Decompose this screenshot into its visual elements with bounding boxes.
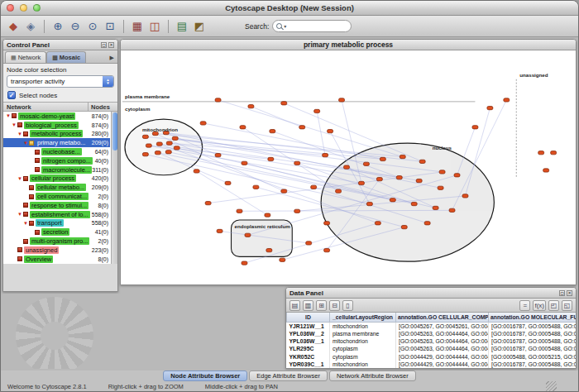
function-builder-icon[interactable]: f(x)	[533, 300, 546, 311]
graph-node[interactable]	[324, 249, 330, 252]
graph-node[interactable]	[146, 144, 151, 147]
graph-node[interactable]	[411, 202, 417, 205]
search-input[interactable]	[288, 22, 347, 30]
graph-node[interactable]	[205, 201, 211, 204]
graph-node[interactable]	[339, 98, 345, 102]
graph-node[interactable]	[439, 170, 445, 174]
vizmapper-icon[interactable]: ◩	[192, 19, 207, 34]
tree-row-macromolecule[interactable]: macromolecule...311(0)	[3, 165, 110, 174]
create-attribute-icon[interactable]: ⊞	[316, 300, 327, 311]
save-session-icon[interactable]: ◈	[23, 19, 38, 34]
tab-mosaic[interactable]: ▩Mosaic	[46, 51, 86, 63]
zoom-in-icon[interactable]: ⊕	[50, 19, 65, 34]
tree-row-biological-process[interactable]: ▼biological_process874(0)	[3, 121, 110, 130]
table-cell[interactable]: [GO:0045263, GO:0044464, GO:0044444, G..…	[396, 330, 489, 337]
float-data-panel-button[interactable]: ◻	[559, 290, 565, 296]
tab-network-attribute-browser[interactable]: Network Attribute Browser	[329, 370, 416, 381]
tab-node-attribute-browser[interactable]: Node Attribute Browser	[163, 370, 247, 381]
graph-node[interactable]	[266, 249, 272, 252]
zoom-fit-icon[interactable]: ⊡	[103, 19, 117, 34]
create-network-icon[interactable]: ◫	[147, 19, 162, 34]
graph-node[interactable]	[142, 135, 148, 138]
graph-node[interactable]	[194, 170, 199, 173]
close-panel-button[interactable]: ✕	[108, 42, 114, 48]
table-row[interactable]: YLR295Ccytoplasm[GO:0045263, GO:0044464,…	[287, 345, 577, 352]
graph-node[interactable]	[462, 194, 468, 198]
tab-edge-attribute-browser[interactable]: Edge Attribute Browser	[249, 370, 328, 381]
table-cell[interactable]: [GO:0045263, GO:0044464, GO:0044444, G..…	[396, 337, 489, 345]
table-cell[interactable]: [GO:0044429, GO:0044444, GO:0044446, G..…	[396, 352, 489, 360]
expander-icon[interactable]: ▼	[17, 131, 23, 136]
graph-node[interactable]	[390, 198, 395, 202]
graph-node[interactable]	[487, 106, 493, 109]
graph-node[interactable]	[454, 174, 460, 177]
graph-node[interactable]	[172, 136, 178, 140]
expander-icon[interactable]: ▼	[5, 113, 12, 118]
graph-node[interactable]	[280, 258, 285, 261]
tab-network[interactable]: ▦Network	[5, 51, 46, 63]
graph-node[interactable]	[225, 181, 231, 184]
zoom-out-icon[interactable]: ⊖	[68, 19, 83, 34]
graph-node[interactable]	[281, 102, 287, 105]
graph-node[interactable]	[323, 154, 328, 157]
zoom-window-button[interactable]	[33, 4, 41, 12]
table-cell[interactable]: YKR052C	[287, 352, 330, 360]
table-cell[interactable]: [GO:0016787, GO:0005488, GO:0003824, G..…	[489, 345, 577, 352]
graph-node[interactable]	[400, 155, 405, 158]
graph-node[interactable]	[200, 122, 206, 125]
graph-node[interactable]	[344, 165, 350, 169]
graph-node[interactable]	[281, 189, 287, 193]
attribute-table[interactable]: ID_cellularLayoutRegionannotation.GO CEL…	[286, 313, 576, 368]
select-attributes-icon[interactable]: ▤	[290, 300, 300, 311]
table-cell[interactable]: cytoplasm	[330, 345, 396, 352]
node-color-select[interactable]: transporter activity ▲▼	[7, 75, 114, 88]
graph-node[interactable]	[380, 157, 385, 160]
table-row[interactable]: YPL036W__2plasma membrane[GO:0045263, GO…	[287, 330, 577, 337]
table-cell[interactable]: YDR039C__1	[287, 361, 330, 368]
delete-attribute-icon[interactable]: ⊟	[329, 300, 340, 311]
table-cell[interactable]: [GO:0016787, GO:0005488, GO:0005215, G..…	[489, 322, 577, 329]
expander-icon[interactable]: ▼	[17, 176, 23, 181]
graph-node[interactable]	[551, 151, 557, 155]
tree-row-overview[interactable]: Overview8(0)	[3, 255, 110, 264]
graph-node[interactable]	[366, 202, 372, 205]
graph-node[interactable]	[324, 222, 330, 225]
table-cell[interactable]: cytoplasm	[330, 352, 396, 360]
graph-node[interactable]	[155, 151, 160, 155]
graph-node[interactable]	[424, 222, 430, 225]
graph-node[interactable]	[306, 241, 312, 245]
graph-node[interactable]	[174, 146, 179, 150]
table-cell[interactable]: [GO:0044429, GO:0044444, GO:0044446, G..…	[396, 361, 489, 368]
graph-node[interactable]	[242, 161, 247, 165]
close-data-panel-button[interactable]: ✕	[567, 290, 572, 296]
import-table-icon[interactable]: ▤	[175, 19, 189, 34]
graph-node[interactable]	[294, 161, 300, 165]
tree-row-secretion[interactable]: secretion41(0)	[3, 227, 110, 237]
graph-node[interactable]	[215, 98, 221, 102]
graph-node[interactable]	[245, 233, 251, 237]
graph-node[interactable]	[166, 141, 172, 145]
tree-row-primary-metabo[interactable]: ▼primary metabo...209(0)	[3, 138, 110, 147]
equation-editor-icon[interactable]: =	[519, 300, 530, 311]
graph-node[interactable]	[504, 98, 510, 102]
graph-node[interactable]	[538, 151, 544, 155]
graph-node[interactable]	[268, 157, 274, 160]
tree-row-cellular-metabo[interactable]: cellular metabo...209(0)	[3, 183, 110, 192]
graph-node[interactable]	[375, 222, 380, 225]
graph-node[interactable]	[314, 109, 320, 112]
expander-icon[interactable]: ▼	[11, 122, 17, 127]
graph-node[interactable]	[401, 225, 407, 228]
trash-icon[interactable]: ▯	[342, 300, 353, 311]
graph-node[interactable]	[299, 126, 305, 129]
tree-scrollbar-thumb[interactable]	[112, 112, 117, 151]
tree-row-multi-organism-pro[interactable]: multi-organism pro...2(0)	[3, 237, 110, 246]
graph-node[interactable]	[240, 126, 246, 129]
minimize-window-button[interactable]	[20, 4, 27, 12]
graph-node[interactable]	[152, 131, 158, 135]
table-cell[interactable]: YLR295C	[287, 345, 330, 352]
table-row[interactable]: YPL036W__1mitochondrion[GO:0045263, GO:0…	[287, 337, 577, 345]
column-header-id[interactable]: ID	[287, 313, 330, 322]
open-attribute-file-icon[interactable]: ◱	[562, 300, 572, 311]
graph-node[interactable]	[142, 153, 148, 156]
expander-icon[interactable]: ▼	[22, 141, 29, 146]
